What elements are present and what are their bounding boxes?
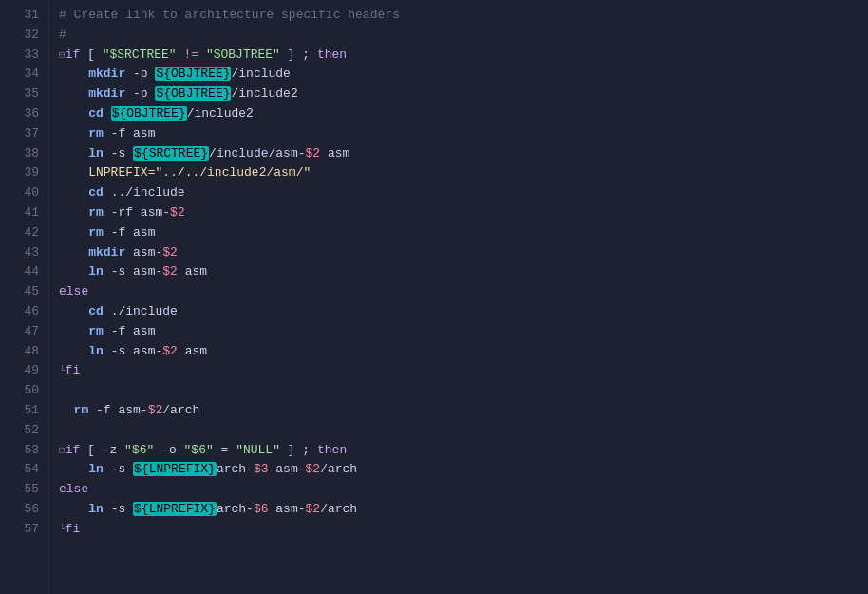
- code-line-40: cd ../include: [59, 183, 868, 203]
- line-num-34: 34: [0, 65, 48, 85]
- code-line-47: rm -f asm: [59, 322, 868, 342]
- line-num-39: 39: [0, 163, 48, 183]
- code-line-56: ln -s ${LNPREFIX}arch-$6 asm-$2/arch: [59, 500, 868, 520]
- code-line-39: LNPREFIX="../../include2/asm/": [59, 163, 868, 183]
- line-num-31: 31: [0, 6, 48, 26]
- line-num-52: 52: [0, 421, 48, 441]
- line-num-56: 56: [0, 500, 48, 520]
- code-area[interactable]: # Create link to architecture specific h…: [49, 0, 868, 594]
- line-num-41: 41: [0, 203, 48, 223]
- code-line-54: ln -s ${LNPREFIX}arch-$3 asm-$2/arch: [59, 460, 868, 480]
- line-num-43: 43: [0, 243, 48, 263]
- code-line-48: ln -s asm-$2 asm: [59, 342, 868, 362]
- line-numbers: 31 32 33 34 35 36 37 38 39 40 41 42 43 4…: [0, 0, 49, 594]
- code-line-52: [59, 421, 868, 441]
- line-num-55: 55: [0, 480, 48, 500]
- line-num-54: 54: [0, 460, 48, 480]
- line-num-57: 57: [0, 520, 48, 540]
- code-line-34: mkdir -p ${OBJTREE}/include: [59, 65, 868, 85]
- line-num-46: 46: [0, 302, 48, 322]
- code-line-41: rm -rf asm-$2: [59, 203, 868, 223]
- code-line-53: ⊟if [ -z "$6" -o "$6" = "NULL" ] ; then: [59, 441, 868, 461]
- line-num-51: 51: [0, 401, 48, 421]
- line-num-33: 33: [0, 46, 48, 66]
- code-line-33: ⊟if [ "$SRCTREE" != "$OBJTREE" ] ; then: [59, 46, 868, 66]
- code-line-36: cd ${OBJTREE}/include2: [59, 105, 868, 125]
- line-num-45: 45: [0, 282, 48, 302]
- line-num-42: 42: [0, 223, 48, 243]
- code-line-57: └fi: [59, 520, 868, 540]
- line-num-47: 47: [0, 322, 48, 342]
- code-line-43: mkdir asm-$2: [59, 243, 868, 263]
- code-line-42: rm -f asm: [59, 223, 868, 243]
- line-num-44: 44: [0, 262, 48, 282]
- line-num-50: 50: [0, 381, 48, 401]
- line-num-32: 32: [0, 26, 48, 46]
- code-line-31: # Create link to architecture specific h…: [59, 6, 868, 26]
- line-num-53: 53: [0, 441, 48, 461]
- code-line-49: └fi: [59, 361, 868, 381]
- code-line-35: mkdir -p ${OBJTREE}/include2: [59, 85, 868, 105]
- line-num-40: 40: [0, 183, 48, 203]
- code-line-55: else: [59, 480, 868, 500]
- code-line-38: ln -s ${SRCTREE}/include/asm-$2 asm: [59, 144, 868, 164]
- code-line-44: ln -s asm-$2 asm: [59, 262, 868, 282]
- line-num-35: 35: [0, 85, 48, 105]
- code-editor: 31 32 33 34 35 36 37 38 39 40 41 42 43 4…: [0, 0, 868, 594]
- line-num-37: 37: [0, 125, 48, 144]
- line-num-38: 38: [0, 144, 48, 164]
- code-line-45: else: [59, 282, 868, 302]
- line-num-48: 48: [0, 342, 48, 362]
- code-line-51: rm -f asm-$2/arch: [59, 401, 868, 421]
- line-num-36: 36: [0, 105, 48, 125]
- line-num-49: 49: [0, 361, 48, 381]
- code-line-37: rm -f asm: [59, 125, 868, 144]
- code-line-32: #: [59, 26, 868, 46]
- code-line-46: cd ./include: [59, 302, 868, 322]
- code-line-50: [59, 381, 868, 401]
